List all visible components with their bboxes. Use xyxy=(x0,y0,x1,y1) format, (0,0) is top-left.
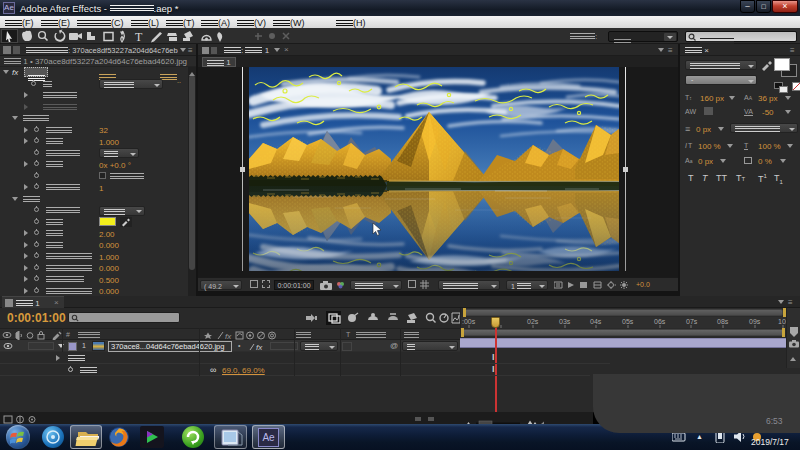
svg-text:fx: fx xyxy=(256,343,263,351)
svg-text:T: T xyxy=(135,30,143,44)
